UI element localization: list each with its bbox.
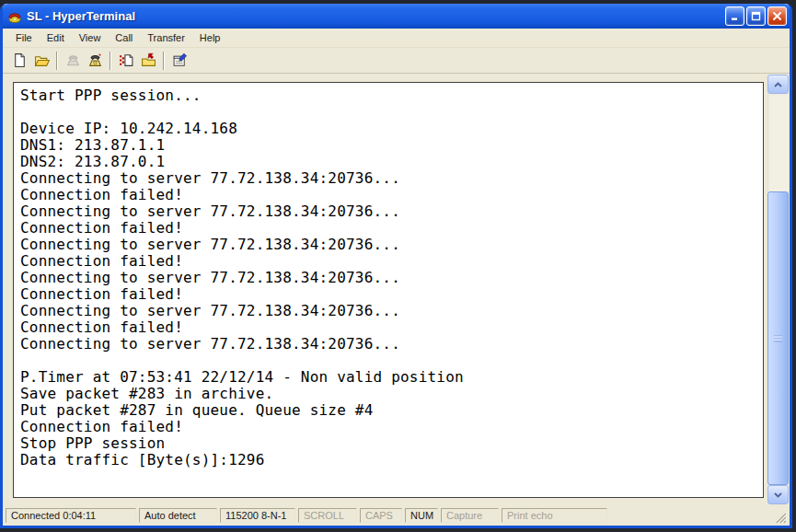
vertical-scrollbar[interactable] (767, 75, 789, 504)
phone-disconnect-icon (87, 52, 103, 68)
status-num-lock: NUM (405, 508, 438, 523)
status-caps-lock: CAPS (360, 508, 402, 523)
phone-call-icon (65, 52, 81, 68)
terminal-line: Put packet #287 in queue. Queue size #4 (20, 402, 763, 419)
status-connected: Connected 0:04:11 (6, 508, 136, 523)
terminal-line: Connecting to server 77.72.138.34:20736.… (20, 270, 763, 286)
toolbar-separator (110, 52, 111, 70)
terminal-line: Connecting to server 77.72.138.34:20736.… (20, 170, 763, 187)
menu-bar: File Edit View Call Transfer Help (3, 29, 790, 48)
menu-transfer[interactable]: Transfer (140, 29, 192, 46)
disconnect-button[interactable] (84, 50, 106, 71)
minimize-icon (730, 11, 740, 21)
terminal-line: Connection failed! (20, 253, 763, 270)
status-scroll-lock: SCROLL (298, 508, 357, 523)
minimize-button[interactable] (725, 6, 744, 26)
status-emulation: Auto detect (139, 508, 217, 523)
status-capture: Capture (441, 508, 499, 523)
menu-view[interactable]: View (72, 29, 109, 46)
terminal-line: DNS2: 213.87.0.1 (20, 154, 763, 170)
status-baud-settings: 115200 8-N-1 (220, 508, 295, 523)
maximize-button[interactable] (746, 6, 766, 26)
chevron-up-icon (774, 82, 782, 87)
receive-button[interactable] (137, 50, 159, 71)
hyperterminal-window: SL - HyperTerminal File Edit View Call T… (0, 4, 792, 528)
scroll-down-button[interactable] (767, 485, 789, 504)
terminal-line: Device IP: 10.242.14.168 (20, 121, 763, 137)
scrollbar-grip-icon (774, 335, 782, 342)
menu-call[interactable]: Call (108, 29, 140, 46)
terminal-line (20, 353, 763, 369)
terminal-line: Save packet #283 in archive. (20, 386, 763, 402)
scrollbar-track[interactable] (767, 94, 789, 485)
terminal-line: Connection failed! (20, 220, 763, 237)
properties-button[interactable] (168, 50, 190, 71)
close-button[interactable] (767, 6, 787, 26)
terminal-line: Connection failed! (20, 187, 763, 203)
terminal-line (20, 104, 763, 121)
terminal-line: Connection failed! (20, 419, 763, 435)
toolbar-separator (56, 52, 58, 70)
terminal-line: Connecting to server 77.72.138.34:20736.… (20, 336, 763, 353)
open-button[interactable] (30, 50, 52, 71)
window-title: SL - HyperTerminal (27, 9, 725, 23)
hyperterminal-phone-icon (7, 9, 22, 24)
menu-edit[interactable]: Edit (40, 29, 72, 46)
toolbar (3, 48, 790, 74)
scroll-up-button[interactable] (767, 75, 789, 94)
resize-grip-icon[interactable] (775, 511, 788, 524)
status-print-echo: Print echo (502, 508, 607, 523)
open-folder-icon (34, 52, 50, 68)
terminal-line: Stop PPP session (20, 435, 763, 452)
terminal-line: Connecting to server 77.72.138.34:20736.… (20, 237, 763, 253)
terminal-line: Connecting to server 77.72.138.34:20736.… (20, 303, 763, 319)
terminal-line: DNS1: 213.87.1.1 (20, 137, 763, 154)
toolbar-separator (163, 52, 165, 70)
close-icon (772, 11, 782, 21)
terminal-line: Data traffic [Byte(s)]:1296 (20, 452, 763, 468)
chevron-down-icon (774, 492, 782, 498)
properties-icon (172, 52, 188, 68)
status-bar: Connected 0:04:11 Auto detect 115200 8-N… (3, 505, 790, 526)
send-file-icon (119, 52, 134, 68)
terminal-line: Connecting to server 77.72.138.34:20736.… (20, 203, 763, 220)
receive-file-icon (141, 52, 156, 68)
new-button[interactable] (8, 50, 30, 71)
menu-file[interactable]: File (8, 29, 40, 46)
terminal-line: Start PPP session... (20, 87, 763, 104)
terminal-line: Connection failed! (20, 286, 763, 303)
terminal-line: Connection failed! (20, 319, 763, 336)
call-button (62, 50, 84, 71)
scrollbar-thumb[interactable] (767, 191, 789, 485)
title-bar[interactable]: SL - HyperTerminal (3, 4, 790, 29)
new-file-icon (12, 52, 28, 68)
terminal-line: P.Timer at 07:53:41 22/12/14 - Non valid… (20, 369, 763, 386)
maximize-icon (751, 11, 761, 21)
send-button[interactable] (115, 50, 137, 71)
window-controls (725, 6, 787, 26)
terminal-area: Start PPP session... Device IP: 10.242.1… (3, 74, 790, 505)
terminal-output[interactable]: Start PPP session... Device IP: 10.242.1… (13, 82, 764, 498)
status-filler (610, 508, 786, 523)
menu-help[interactable]: Help (192, 29, 228, 46)
